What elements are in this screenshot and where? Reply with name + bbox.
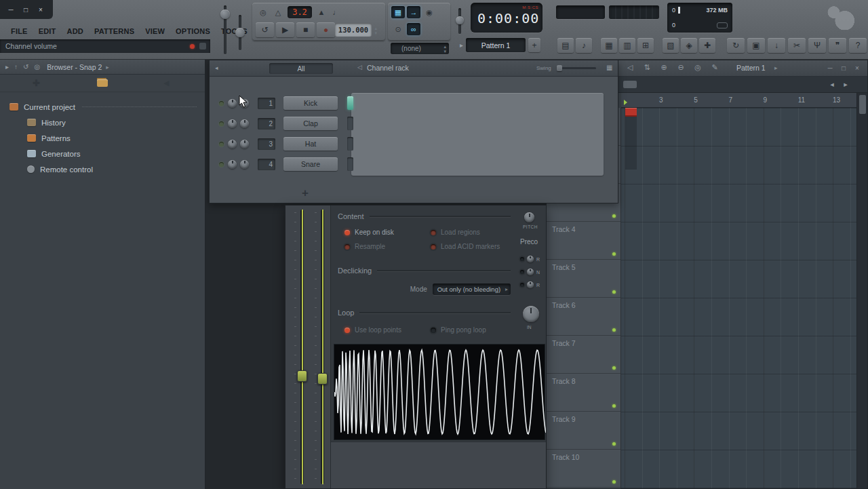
- keep-on-disk-radio[interactable]: [344, 230, 350, 235]
- search-icon[interactable]: ◎: [34, 63, 40, 71]
- stop-button[interactable]: ■: [296, 22, 315, 37]
- minimize-button[interactable]: ─: [825, 63, 835, 73]
- plugin-picker-icon[interactable]: ◈: [681, 38, 697, 53]
- minimize-button[interactable]: ─: [5, 4, 16, 15]
- declick-mode-dropdown[interactable]: Out only (no bleeding): [433, 283, 511, 295]
- channel-enable-led[interactable]: [219, 121, 224, 126]
- waveform-panel[interactable]: [334, 344, 545, 440]
- channel-button[interactable]: Kick: [283, 96, 338, 110]
- swing-slider[interactable]: [557, 67, 596, 69]
- play-button[interactable]: ▶: [276, 22, 294, 37]
- pattern-prev-arrow[interactable]: [460, 41, 463, 49]
- browser-toggle-icon[interactable]: ⊞: [637, 38, 654, 53]
- resample-label[interactable]: Resample: [355, 243, 431, 250]
- playlist-ruler[interactable]: 35791113: [621, 93, 856, 108]
- channel-pan-knob[interactable]: [228, 160, 237, 169]
- channel-button[interactable]: Hat: [283, 137, 338, 151]
- channel-select-strip[interactable]: [347, 96, 353, 110]
- touch-controller-icon[interactable]: ✚: [699, 38, 715, 53]
- master-volume-slider[interactable]: [224, 5, 226, 54]
- mic-icon[interactable]: ◉: [422, 6, 436, 18]
- record-button[interactable]: ●: [317, 22, 335, 37]
- mixer-icon[interactable]: ▥: [619, 38, 635, 53]
- up-icon[interactable]: ↑: [14, 63, 18, 71]
- channel-select-strip[interactable]: [347, 137, 353, 151]
- menu-item[interactable]: OPTIONS: [170, 25, 216, 37]
- menu-item[interactable]: VIEW: [140, 25, 170, 37]
- playlist-grid[interactable]: [621, 108, 856, 488]
- pattern-add-button[interactable]: [528, 38, 540, 52]
- track-row[interactable]: Track 10: [547, 450, 620, 488]
- track-status-led[interactable]: [612, 290, 616, 294]
- playlist-title-arrow[interactable]: [774, 64, 778, 71]
- browser-add-button[interactable]: ✚: [33, 78, 40, 88]
- vertical-scrollbar[interactable]: [856, 93, 867, 488]
- track-row[interactable]: Track 7: [547, 336, 620, 374]
- playlist-icon[interactable]: ▤: [557, 38, 574, 53]
- channel-button[interactable]: Snare: [283, 157, 338, 171]
- track-row[interactable]: Track 9: [547, 412, 620, 450]
- rack-collapse-arrow[interactable]: ◂: [215, 64, 218, 71]
- metronome-icon[interactable]: △: [271, 6, 285, 18]
- fader-cap[interactable]: [297, 370, 307, 382]
- arrow-icon[interactable]: →: [407, 6, 420, 18]
- channel-select-strip[interactable]: [347, 157, 353, 171]
- channel-filter-dropdown[interactable]: All: [269, 63, 333, 74]
- precomputed-option[interactable]: N: [520, 269, 540, 275]
- use-loop-points-label[interactable]: Use loop points: [355, 326, 431, 334]
- folder-icon[interactable]: [97, 79, 108, 87]
- in-knob[interactable]: [523, 306, 539, 322]
- channel-button[interactable]: Clap: [283, 117, 338, 130]
- maximize-button[interactable]: □: [839, 63, 848, 73]
- channel-pan-knob[interactable]: [228, 140, 237, 149]
- preview-speaker-icon[interactable]: ◀: [163, 79, 169, 87]
- channel-pan-knob[interactable]: [228, 99, 237, 108]
- tree-item-current-project[interactable]: Current project: [0, 99, 205, 115]
- close-button[interactable]: ×: [852, 63, 862, 73]
- channel-enable-led[interactable]: [219, 101, 224, 106]
- track-status-led[interactable]: [612, 480, 616, 484]
- refresh-icon[interactable]: ↺: [23, 63, 28, 71]
- track-row[interactable]: Track 6: [547, 298, 620, 336]
- tree-item-remote-control[interactable]: Remote control: [0, 161, 205, 177]
- fader-cap[interactable]: [317, 373, 328, 385]
- scroll-right-button[interactable]: ▸: [840, 80, 851, 89]
- pattern-clip[interactable]: [625, 108, 637, 117]
- tree-item-generators[interactable]: Generators: [0, 146, 205, 161]
- load-acid-label[interactable]: Load ACID markers: [441, 243, 500, 250]
- track-status-led[interactable]: [612, 366, 616, 370]
- blend-notes-icon[interactable]: ◎: [256, 6, 270, 18]
- scroll-left-button[interactable]: ◂: [827, 80, 837, 89]
- browser-title-arrow[interactable]: [106, 64, 109, 71]
- zoom-select-icon[interactable]: ◎: [692, 63, 703, 72]
- use-loop-points-radio[interactable]: [344, 328, 350, 333]
- channel-volume-knob[interactable]: [240, 119, 249, 128]
- channel-volume-knob[interactable]: [240, 160, 249, 169]
- step-sequencer-area[interactable]: [351, 93, 604, 176]
- time-display-panel[interactable]: 0:00:00 M:S:CS: [471, 3, 542, 33]
- midi-icon[interactable]: ⊙: [391, 23, 405, 35]
- track-status-led[interactable]: [612, 404, 616, 408]
- precomputed-option[interactable]: R: [520, 281, 540, 288]
- channel-volume-fader[interactable]: [300, 210, 304, 484]
- tempo-stepper[interactable]: [374, 26, 377, 35]
- menu-item[interactable]: PATTERNS: [89, 25, 140, 37]
- swing-slider-thumb[interactable]: [557, 65, 562, 71]
- slide-tool-icon[interactable]: ⇅: [642, 63, 652, 72]
- mini-slider[interactable]: [458, 8, 461, 34]
- forward-icon[interactable]: ▸: [5, 63, 9, 71]
- playhead-marker[interactable]: [624, 100, 627, 105]
- tree-item-history[interactable]: History: [0, 115, 205, 130]
- keep-on-disk-label[interactable]: Keep on disk: [355, 229, 431, 236]
- menu-item[interactable]: ADD: [62, 25, 89, 37]
- menu-item[interactable]: FILE: [5, 25, 33, 37]
- tree-item-patterns[interactable]: Patterns: [0, 130, 205, 146]
- wait-input-icon[interactable]: ▲: [315, 6, 328, 18]
- link-icon[interactable]: ∞: [407, 23, 420, 35]
- pattern-selector[interactable]: Pattern 1: [466, 38, 526, 52]
- step-edit-icon[interactable]: ♩: [330, 6, 343, 18]
- add-channel-button[interactable]: +: [302, 187, 309, 200]
- channel-volume-knob[interactable]: [240, 140, 249, 149]
- ping-pong-loop-radio[interactable]: [431, 328, 436, 333]
- zoom-out-icon[interactable]: ⊖: [675, 63, 686, 72]
